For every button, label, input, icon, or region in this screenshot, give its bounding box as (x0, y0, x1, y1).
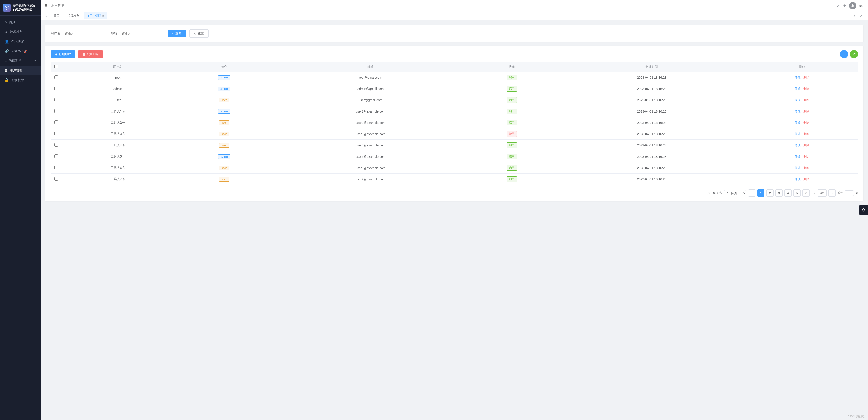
row-created: 2023-04-01 18:16:28 (557, 140, 746, 151)
row-actions: 修改 删除 (746, 128, 858, 140)
row-checkbox[interactable] (55, 75, 58, 79)
username-input[interactable] (62, 30, 107, 37)
delete-button[interactable]: 删除 (803, 177, 809, 181)
role-tag: user (219, 120, 229, 125)
edit-button[interactable]: 修改 (795, 166, 801, 170)
row-status: 启用 (466, 117, 557, 128)
row-checkbox[interactable] (55, 98, 58, 101)
tab-close-icon[interactable]: × (102, 14, 104, 17)
row-checkbox[interactable] (55, 109, 58, 113)
email-input[interactable] (119, 30, 164, 37)
delete-button[interactable]: 删除 (803, 76, 809, 80)
edit-button[interactable]: 修改 (795, 121, 801, 125)
page-4-btn[interactable]: 4 (784, 189, 792, 197)
row-checkbox-cell (51, 72, 62, 83)
edit-button[interactable]: 修改 (795, 155, 801, 159)
delete-button[interactable]: 删除 (803, 87, 809, 91)
row-checkbox[interactable] (55, 132, 58, 136)
loading-icon[interactable]: ✦ (843, 3, 846, 8)
row-checkbox-cell (51, 140, 62, 151)
edit-button[interactable]: 修改 (795, 143, 801, 147)
delete-button[interactable]: 删除 (803, 110, 809, 114)
row-email: user1@example.com (275, 106, 466, 117)
edit-button[interactable]: 修改 (795, 132, 801, 136)
page-next-btn[interactable]: › (829, 189, 836, 197)
logo-icon (3, 4, 11, 12)
row-created: 2023-04-01 18:16:28 (557, 72, 746, 83)
delete-button[interactable]: 删除 (803, 155, 809, 159)
page-size-select[interactable]: 10条/页 20条/页 50条/页 (724, 190, 746, 196)
sidebar-item-daiqing[interactable]: ≡ 敬请期待 ∨ (0, 56, 41, 65)
col-created: 创建时间 (557, 62, 746, 72)
row-role: user (174, 174, 275, 185)
actions-cell: 修改 删除 (750, 76, 855, 80)
page-2-btn[interactable]: 2 (766, 189, 774, 197)
row-username: root (62, 72, 174, 83)
page-jump-input[interactable] (845, 190, 854, 196)
download-button[interactable]: ↓ (840, 50, 848, 58)
row-checkbox[interactable] (55, 120, 58, 124)
edit-button[interactable]: 修改 (795, 110, 801, 114)
page-1-btn[interactable]: 1 (757, 189, 765, 197)
status-badge: 禁用 (506, 131, 517, 137)
tab-usermgmt[interactable]: ●用户管理 × (84, 12, 107, 20)
sidebar-item-usermgmt[interactable]: ⊞ 用户管理 (0, 65, 41, 75)
edit-button[interactable]: 修改 (795, 87, 801, 91)
role-tag: user (219, 98, 229, 102)
row-checkbox[interactable] (55, 87, 58, 90)
reset-button[interactable]: ↺ 重置 (189, 29, 209, 37)
floating-settings-btn[interactable]: ⚙ (859, 206, 868, 214)
row-actions: 修改 删除 (746, 106, 858, 117)
batch-delete-button[interactable]: 🗑 批量删除 (78, 51, 103, 58)
fullscreen-icon[interactable]: ⤢ (837, 3, 840, 8)
tabs-next-btn[interactable]: › (852, 14, 857, 18)
page-201-btn[interactable]: 201 (817, 189, 827, 197)
sidebar-item-detection[interactable]: ◎ 垃圾检测 (0, 27, 41, 37)
refresh-button[interactable]: ↺ (850, 50, 858, 58)
search-icon: ○ (172, 32, 174, 35)
table-body: root admin root@gmail.com 启用 2023-04-01 … (51, 72, 858, 185)
page-3-btn[interactable]: 3 (775, 189, 782, 197)
page-6-btn[interactable]: 6 (802, 189, 810, 197)
row-checkbox[interactable] (55, 177, 58, 181)
col-username: 用户名 (62, 62, 174, 72)
sidebar-item-yolov5[interactable]: 🔗 YOLOv5🚀 (0, 46, 41, 56)
row-role: user (174, 117, 275, 128)
search-bar: 用户名 邮箱 ○ 查询 ↺ 重置 (45, 25, 864, 42)
row-username: 工具人7号 (62, 174, 174, 185)
delete-button[interactable]: 删除 (803, 132, 809, 136)
row-checkbox[interactable] (55, 143, 58, 147)
tab-detection[interactable]: 垃圾检测 (64, 12, 83, 20)
delete-button[interactable]: 删除 (803, 143, 809, 147)
role-tag: user (219, 177, 229, 182)
row-checkbox[interactable] (55, 154, 58, 158)
edit-button[interactable]: 修改 (795, 98, 801, 102)
row-created: 2023-04-01 18:16:28 (557, 162, 746, 174)
sidebar-item-label: 用户管理 (10, 68, 22, 72)
add-user-button[interactable]: ⊕ 新增用户 (51, 51, 75, 58)
row-created: 2023-04-01 18:16:28 (557, 151, 746, 162)
col-status: 状态 (466, 62, 557, 72)
sidebar-item-switchperm[interactable]: 🔒 切换权限 (0, 75, 41, 85)
row-status: 禁用 (466, 128, 557, 140)
row-role: user (174, 162, 275, 174)
delete-button[interactable]: 删除 (803, 121, 809, 125)
tab-home[interactable]: 首页 (50, 12, 63, 20)
menu-toggle-icon[interactable]: ☰ (44, 3, 48, 8)
page-prev-btn[interactable]: ‹ (748, 189, 755, 197)
select-all-checkbox[interactable] (55, 65, 58, 68)
table-header-row: 用户名 角色 邮箱 状态 创建时间 操作 (51, 62, 858, 72)
tabs-expand-icon[interactable]: ⤢ (858, 14, 864, 18)
delete-button[interactable]: 删除 (803, 166, 809, 170)
search-button[interactable]: ○ 查询 (168, 30, 186, 37)
delete-button[interactable]: 删除 (803, 98, 809, 102)
edit-button[interactable]: 修改 (795, 76, 801, 80)
sidebar-item-blog[interactable]: 👤 个人博客 (0, 37, 41, 46)
actions-cell: 修改 删除 (750, 121, 855, 125)
sidebar-item-home[interactable]: ⌂ 首页 (0, 18, 41, 27)
page-5-btn[interactable]: 5 (794, 189, 801, 197)
tabs-prev-btn[interactable]: ‹ (44, 14, 49, 18)
edit-button[interactable]: 修改 (795, 177, 801, 181)
row-checkbox[interactable] (55, 166, 58, 169)
sidebar-item-label: 个人博客 (11, 39, 24, 43)
